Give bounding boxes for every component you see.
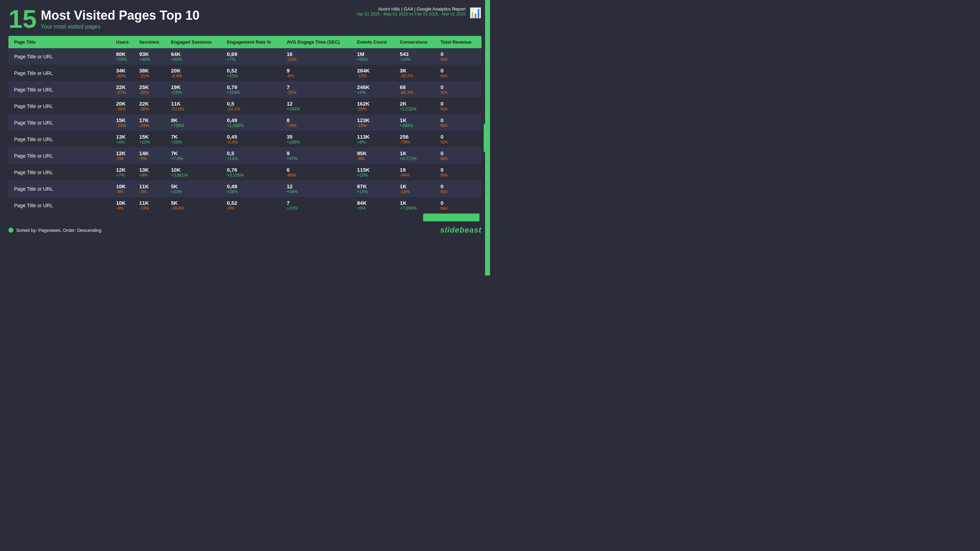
cell-revenue: 0N/A <box>437 197 482 214</box>
cell-sessions: 13K+9% <box>135 164 167 181</box>
cell-conv-change: +24% <box>400 57 434 62</box>
cell-engaged-value: 19K <box>171 84 181 90</box>
cell-avg-value: 6 <box>286 167 290 173</box>
cell-users-value: 10K <box>116 183 126 189</box>
cell-revenue-change: N/A <box>441 206 478 211</box>
sub-title: Your most visited pages <box>41 24 200 30</box>
cell-revenue: 0N/A <box>437 181 482 197</box>
cell-sessions: 17K-24% <box>135 114 167 131</box>
cell-users-value: 12K <box>116 150 126 156</box>
cell-sessions-value: 22K <box>139 101 149 106</box>
header-titles: Most Visited Pages Top 10 Your most visi… <box>41 8 200 30</box>
cell-rate-value: 0,5 <box>227 150 234 156</box>
cell-conv-value: 543 <box>400 51 409 57</box>
cell-users-value: 20K <box>116 101 126 106</box>
cell-avg-change: -32% <box>286 57 350 62</box>
cell-rate-value: 0,69 <box>227 51 237 57</box>
cell-rate-value: 0,79 <box>227 84 237 90</box>
cell-sessions-value: 11K <box>139 183 149 189</box>
cell-sessions-change: -3% <box>139 189 164 194</box>
cell-events-change: +5% <box>357 206 393 211</box>
cell-rate: 0,45-0.4% <box>224 131 283 148</box>
cell-conv: 1K+6,772% <box>396 148 437 164</box>
cell-revenue-value: 0 <box>441 84 444 90</box>
cell-engaged-change: +60% <box>171 57 220 62</box>
cell-engaged-change: -53.6% <box>171 106 220 111</box>
cell-revenue-value: 0 <box>441 101 444 106</box>
cell-engaged-change: +10% <box>171 140 220 144</box>
cell-conv-change: -38.2% <box>400 73 434 78</box>
right-tab <box>484 124 490 152</box>
cell-sessions-change: -13% <box>139 206 164 211</box>
cell-avg: 6-86% <box>283 164 353 181</box>
cell-avg-change: +23% <box>286 206 350 211</box>
green-bar <box>423 214 479 221</box>
cell-sessions: 38K-31% <box>135 65 167 81</box>
cell-users: 10K-4% <box>113 197 136 214</box>
cell-revenue: 0N/A <box>437 114 482 131</box>
cell-conv-change: -94% <box>400 173 434 178</box>
cell-users-value: 15K <box>116 117 126 123</box>
cell-conv-value: 1K <box>400 200 407 206</box>
cell-events-value: 162K <box>357 101 370 106</box>
cell-sessions-value: 13K <box>139 167 149 173</box>
table-row: Page Title or URL20K-36%22K-38%11K-53.6%… <box>8 98 482 114</box>
cell-revenue-value: 0 <box>441 68 444 73</box>
cell-sessions-value: 93K <box>139 51 149 57</box>
cell-engaged-change: +756% <box>171 123 220 128</box>
cell-engaged: 11K-53.6% <box>167 98 224 114</box>
cell-page-title: Page Title or URL <box>8 197 113 214</box>
cell-events: 1M+50% <box>353 48 396 65</box>
cell-revenue: 0N/A <box>437 98 482 114</box>
cell-sessions-change: +10% <box>139 140 164 144</box>
cell-conv-value: 68 <box>400 84 406 90</box>
col-page-title: Page Title <box>8 36 113 48</box>
cell-conv: 2K+2,232% <box>396 98 437 114</box>
cell-sessions-change: +48% <box>139 57 164 62</box>
cell-conv-value: 1K <box>400 150 407 156</box>
cell-conv-change: -98.3% <box>400 90 434 95</box>
cell-sessions-change: -38% <box>139 106 164 111</box>
cell-rate: 0,49+28% <box>224 181 283 197</box>
cell-engaged-change: +23% <box>171 189 220 194</box>
cell-engaged: 64K+60% <box>167 48 224 65</box>
cell-events: 113K+8% <box>353 131 396 148</box>
cell-engaged: 5K-18.6% <box>167 197 224 214</box>
footer: Sorted by: Pageviews, Order: Descending … <box>0 222 490 238</box>
main-title: Most Visited Pages Top 10 <box>41 8 200 23</box>
cell-users: 15K-23% <box>113 114 136 131</box>
cell-engaged-change: -18.6% <box>171 206 220 211</box>
cell-engaged-value: 20K <box>171 68 181 73</box>
cell-revenue: 0N/A <box>437 131 482 148</box>
cell-events: 123K-16% <box>353 114 396 131</box>
col-users: Users <box>113 36 136 48</box>
footer-left: Sorted by: Pageviews, Order: Descending <box>8 228 101 233</box>
cell-engaged-value: 5K <box>171 183 178 189</box>
cell-rate-change: -6% <box>227 206 280 211</box>
cell-revenue-value: 0 <box>441 183 444 189</box>
col-avg-engage-time: AVG Engage Time (SEC) <box>283 36 353 48</box>
cell-revenue-change: N/A <box>441 173 478 178</box>
cell-avg-value: 8 <box>286 117 290 123</box>
cell-users: 12K-2% <box>113 148 136 164</box>
cell-engaged-change: +28% <box>171 90 220 95</box>
cell-conv: 19-94% <box>396 164 437 181</box>
cell-revenue-change: N/A <box>441 90 478 95</box>
cell-revenue: 0N/A <box>437 65 482 81</box>
cell-engaged-value: 7K <box>171 134 178 140</box>
cell-rate-change: +13% <box>227 156 280 161</box>
cell-rate: 0,5-24.1% <box>224 98 283 114</box>
cell-users-value: 22K <box>116 84 126 90</box>
cell-users: 80K+58% <box>113 48 136 65</box>
cell-engaged: 19K+28% <box>167 81 224 98</box>
cell-sessions: 93K+48% <box>135 48 167 65</box>
cell-revenue-value: 0 <box>441 134 444 140</box>
cell-sessions-value: 38K <box>139 68 149 73</box>
cell-events-value: 113K <box>357 134 370 140</box>
cell-engaged-value: 5K <box>171 200 178 206</box>
cell-users-change: -37% <box>116 90 132 95</box>
cell-events-value: 95K <box>357 150 367 156</box>
cell-avg: 7+23% <box>283 197 353 214</box>
cell-rate-value: 0,76 <box>227 167 237 173</box>
cell-conv-change: -16% <box>400 189 434 194</box>
